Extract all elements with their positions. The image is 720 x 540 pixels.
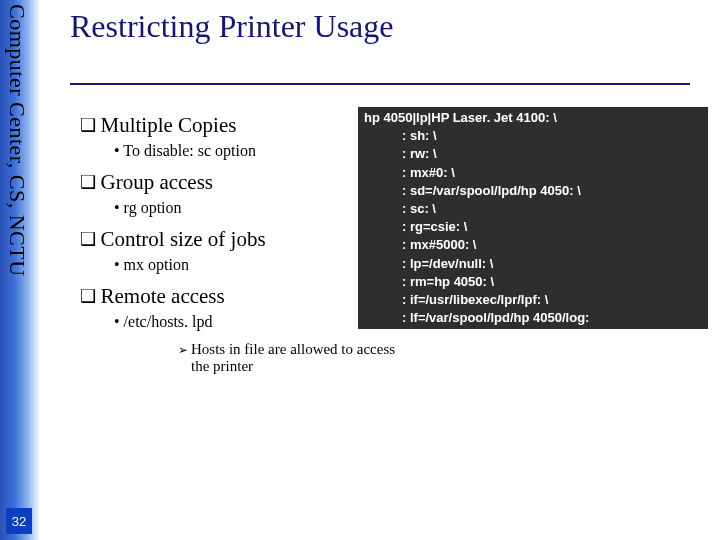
printcap-code-block: hp 4050|lp|HP Laser. Jet 4100: \ : sh: \… — [358, 107, 708, 329]
bullet-group-access: Group access — [80, 170, 350, 195]
code-line: : lf=/var/spool/lpd/hp 4050/log: — [364, 309, 702, 327]
subbullet-hosts-lpd: /etc/hosts. lpd — [114, 313, 350, 331]
code-line: : if=/usr/libexec/lpr/lpf: \ — [364, 291, 702, 309]
subsubbullet-hosts-allowed: Hosts in file are allowed to access the … — [178, 341, 398, 375]
code-line: : rw: \ — [364, 145, 702, 163]
title-underline — [70, 83, 690, 85]
code-line: : mx#5000: \ — [364, 236, 702, 254]
code-line: : rg=csie: \ — [364, 218, 702, 236]
code-line: : lp=/dev/null: \ — [364, 255, 702, 273]
slide-content: Restricting Printer Usage Multiple Copie… — [70, 8, 708, 377]
code-line: : sd=/var/spool/lpd/hp 4050: \ — [364, 182, 702, 200]
slide-title: Restricting Printer Usage — [70, 8, 708, 55]
bullet-remote-access: Remote access — [80, 284, 350, 309]
sidebar-org-text: Computer Center, CS, NCTU — [4, 4, 30, 277]
subbullet-mx-option: mx option — [114, 256, 350, 274]
bullet-multiple-copies: Multiple Copies — [80, 113, 350, 138]
bullet-control-size: Control size of jobs — [80, 227, 350, 252]
code-line: : rm=hp 4050: \ — [364, 273, 702, 291]
code-line: : sh: \ — [364, 127, 702, 145]
code-line: hp 4050|lp|HP Laser. Jet 4100: \ — [364, 110, 557, 125]
bullet-list: Multiple Copies To disable: sc option Gr… — [70, 107, 350, 377]
subbullet-rg-option: rg option — [114, 199, 350, 217]
code-line: : mx#0: \ — [364, 164, 702, 182]
page-number-badge: 32 — [6, 508, 32, 534]
code-line: : sc: \ — [364, 200, 702, 218]
subbullet-sc-option: To disable: sc option — [114, 142, 350, 160]
